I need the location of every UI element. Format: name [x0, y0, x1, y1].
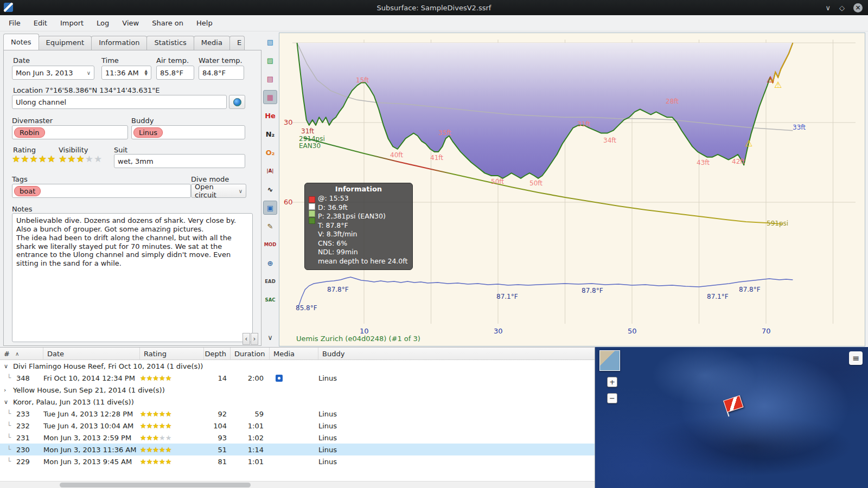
star-icon[interactable]: ★	[146, 446, 153, 454]
menu-file[interactable]: File	[2, 17, 27, 29]
suit-input[interactable]: wet, 3mm	[114, 154, 245, 168]
star-icon[interactable]: ★	[146, 434, 153, 442]
chevron-expanded-icon[interactable]: ∨	[4, 399, 9, 406]
divemaster-input[interactable]: Robin	[12, 125, 128, 139]
zoom-in-button[interactable]: +	[607, 377, 617, 387]
divemaster-chip[interactable]: Robin	[14, 127, 45, 138]
menu-edit[interactable]: Edit	[27, 17, 54, 29]
star-icon[interactable]: ★	[159, 446, 165, 454]
heart-rate-icon[interactable]: ∿	[263, 182, 277, 196]
maximize-icon[interactable]: ◇	[839, 4, 845, 12]
star-icon[interactable]: ★	[94, 153, 103, 164]
tags-input[interactable]: boat	[12, 184, 191, 198]
notes-textarea[interactable]: Unbelievable dive. Dozens and dozens of …	[12, 213, 253, 342]
dive-list-header[interactable]: #∧ Date Rating Depth Duration Media Budd…	[0, 348, 595, 360]
star-icon[interactable]: ★	[146, 374, 153, 382]
ambient-pressure-icon[interactable]: |A|	[263, 164, 277, 178]
star-icon[interactable]: ★	[140, 422, 146, 430]
dc-ceiling-icon[interactable]: ▤	[263, 72, 277, 86]
location-input[interactable]: Ulong channel	[12, 95, 227, 109]
star-icon[interactable]: ★	[30, 153, 39, 164]
deco-info-icon[interactable]: ⊕	[263, 256, 277, 270]
star-icon[interactable]: ★	[85, 153, 94, 164]
calculated-ceiling-icon[interactable]: ▦	[263, 90, 277, 104]
chevron-collapsed-icon[interactable]: ›	[4, 387, 9, 394]
menu-log[interactable]: Log	[90, 17, 116, 29]
date-select[interactable]: Mon Jun 3, 2013 ∨	[12, 66, 94, 80]
star-icon[interactable]: ★	[165, 422, 172, 430]
scrollbar-thumb[interactable]	[60, 483, 251, 487]
star-icon[interactable]: ★	[152, 446, 159, 454]
tab-media[interactable]: Media	[194, 36, 230, 50]
star-icon[interactable]: ★	[21, 153, 29, 164]
star-icon[interactable]: ★	[165, 374, 172, 382]
star-icon[interactable]: ★	[12, 153, 21, 164]
zoom-out-button[interactable]: −	[607, 393, 617, 403]
ruler-icon[interactable]: ✎	[263, 219, 277, 233]
menu-share-on[interactable]: Share on	[145, 17, 190, 29]
tab-equipment[interactable]: Equipment	[39, 36, 92, 50]
star-icon[interactable]: ★	[159, 422, 165, 430]
star-icon[interactable]: ★	[159, 374, 165, 382]
tab-notes[interactable]: Notes	[3, 34, 39, 50]
star-icon[interactable]: ★	[159, 410, 165, 418]
star-icon[interactable]: ★	[159, 458, 165, 466]
tab-scroll-left-icon[interactable]: ‹	[242, 333, 250, 345]
tab-statistics[interactable]: Statistics	[146, 36, 194, 50]
visibility-stars[interactable]: ★★★★★	[59, 153, 103, 164]
star-icon[interactable]: ★	[140, 374, 146, 382]
trip-row[interactable]: ›Yellow House, Sun Sep 21, 2014 (1 dive(…	[0, 384, 595, 396]
dive-site-marker[interactable]	[723, 394, 749, 418]
title-bar[interactable]: Subsurface: SampleDivesV2.ssrf ∨ ◇ ×	[0, 0, 868, 15]
buddy-input[interactable]: Linus	[131, 125, 245, 139]
ead-icon[interactable]: EAD	[263, 274, 277, 288]
menu-help[interactable]: Help	[190, 17, 219, 29]
star-icon[interactable]: ★	[140, 446, 146, 454]
profile-chart[interactable]: 15ft28ft35ft31ft34ft40ft41ft43ft42ft50ft…	[279, 33, 865, 346]
star-icon[interactable]: ★	[76, 153, 85, 164]
tab-e[interactable]: E	[229, 36, 245, 50]
rating-stars[interactable]: ★★★★★	[12, 153, 56, 164]
tag-chip[interactable]: boat	[14, 186, 41, 196]
menu-import[interactable]: Import	[54, 17, 90, 29]
star-icon[interactable]: ★	[165, 446, 172, 454]
pn2-graph-icon[interactable]: N₂	[263, 127, 277, 141]
mini-map[interactable]	[599, 350, 620, 371]
dive-row[interactable]: └229Mon Jun 3, 2013 9:45 AM★★★★★811:01Li…	[0, 455, 595, 467]
chevron-expanded-icon[interactable]: ∨	[4, 363, 9, 370]
star-icon[interactable]: ★	[39, 153, 47, 164]
trip-row[interactable]: ∨Divi Flamingo House Reef, Fri Oct 10, 2…	[0, 360, 595, 372]
star-icon[interactable]: ★	[146, 410, 153, 418]
buddy-chip[interactable]: Linus	[133, 127, 163, 138]
photos-toggle-icon[interactable]: ▣	[263, 201, 277, 215]
star-icon[interactable]: ★	[165, 458, 172, 466]
dive-row[interactable]: └232Tue Jun 4, 2013 10:04 AM★★★★★1041:01…	[0, 420, 595, 432]
tab-scroll-right-icon[interactable]: ›	[251, 333, 258, 345]
star-icon[interactable]: ★	[67, 153, 76, 164]
star-icon[interactable]: ★	[152, 410, 159, 418]
star-icon[interactable]: ★	[159, 434, 165, 442]
mod-icon[interactable]: MOD	[263, 237, 277, 252]
minimize-icon[interactable]: ∨	[825, 4, 831, 12]
infobox-toggle-icon[interactable]: ▨	[263, 53, 277, 67]
star-icon[interactable]: ★	[140, 434, 146, 442]
star-icon[interactable]: ★	[152, 434, 159, 442]
sac-icon[interactable]: SAC	[263, 293, 277, 307]
star-icon[interactable]: ★	[59, 153, 67, 164]
menu-view[interactable]: View	[116, 17, 145, 29]
close-icon[interactable]: ×	[853, 3, 863, 12]
dive-row[interactable]: └233Tue Jun 4, 2013 12:28 PM★★★★★9259Lin…	[0, 408, 595, 420]
media-icon[interactable]	[276, 375, 283, 382]
dive-row[interactable]: └231Mon Jun 3, 2013 2:59 PM★★★★★931:02Li…	[0, 432, 595, 444]
star-icon[interactable]: ★	[146, 422, 153, 430]
star-icon[interactable]: ★	[47, 153, 56, 164]
dive-modes-icon[interactable]: ▧	[263, 35, 277, 49]
star-icon[interactable]: ★	[165, 410, 172, 418]
profile-info-box[interactable]: Information @: 15:53D: 36.9ftP: 2,381psi…	[304, 183, 413, 270]
phe-graph-icon[interactable]: He	[263, 108, 277, 123]
star-icon[interactable]: ★	[165, 434, 172, 442]
time-stepper[interactable]: 11:36 AM ▲▼	[101, 66, 151, 80]
tab-information[interactable]: Information	[91, 36, 147, 50]
spinner-icons[interactable]: ▲▼	[145, 69, 148, 76]
star-icon[interactable]: ★	[146, 458, 153, 466]
